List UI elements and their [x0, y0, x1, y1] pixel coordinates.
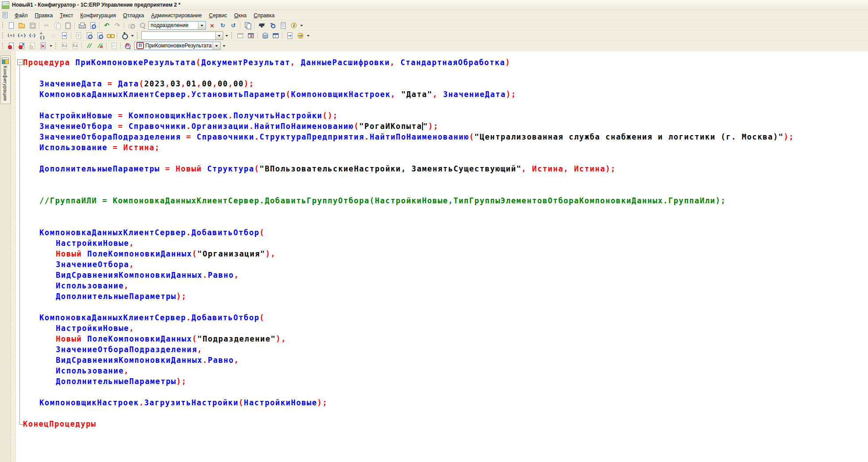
find-references-button[interactable] [84, 31, 94, 40]
toolbar-grip[interactable] [2, 22, 4, 29]
procedures-dropdown[interactable] [221, 41, 227, 50]
publish-button[interactable]: → [295, 31, 306, 40]
code-line[interactable]: КомпоновкаДанныхКлиентСервер.ДобавитьОтб… [16, 312, 868, 323]
redo-button[interactable]: ↷ [112, 20, 123, 30]
combo-dropdown-arrow-icon[interactable] [198, 22, 205, 29]
format-module-button[interactable]: Аа [70, 41, 80, 50]
back-button[interactable]: ↑ [73, 31, 84, 40]
find-next-button[interactable]: ↻ [217, 20, 228, 30]
goto-procedure-button[interactable]: П [123, 41, 133, 50]
menu-Справка[interactable]: Справка [250, 12, 278, 19]
format-block-button[interactable]: Аа [59, 41, 70, 50]
find-usages-button[interactable] [94, 31, 105, 40]
procedure-end-button[interactable]: +{} [38, 31, 48, 40]
syntax-assistant-button[interactable] [256, 20, 267, 30]
code-line[interactable] [16, 387, 868, 397]
find-button[interactable] [137, 20, 147, 30]
code-line[interactable]: ЗначениеОтбораПодразделения, [16, 344, 868, 355]
conditional-breakpoint-button[interactable]: ? [16, 41, 27, 50]
menu-Отладка[interactable]: Отладка [120, 12, 147, 19]
code-line[interactable]: ЗначениеОтбораПодразделения = Справочник… [16, 132, 868, 142]
menu-Окна[interactable]: Окна [231, 12, 250, 19]
code-line[interactable]: Новый ПолеКомпоновкиДанных("Организация"… [16, 248, 868, 259]
close-form-button[interactable]: × [245, 31, 256, 40]
syntax-check-button[interactable]: ✓ [108, 41, 119, 50]
code-line[interactable] [16, 100, 868, 110]
open-form-button[interactable] [235, 31, 245, 40]
info-button[interactable]: i [288, 20, 299, 30]
code-line[interactable]: //ГруппаИЛИ = КомпоновкаДанныхКлиентСерв… [16, 195, 868, 206]
code-line[interactable]: ВидСравненияКомпоновкиДанных.Равно, [16, 355, 868, 365]
code-line[interactable]: Процедура ПриКомпоновкеРезультата(Докуме… [16, 57, 868, 68]
code-line[interactable] [16, 185, 868, 195]
menu-Файл[interactable]: Файл [11, 12, 31, 19]
code-line[interactable]: НастройкиНовые, [16, 323, 868, 334]
code-line[interactable]: Использование, [16, 280, 868, 291]
code-line[interactable]: Новый ПолеКомпоновкиДанных("Подразделени… [16, 334, 868, 344]
code-line[interactable] [16, 302, 868, 312]
code-editor[interactable]: − Процедура ПриКомпоновкеРезультата(Доку… [16, 51, 868, 462]
performance-dropdown[interactable] [130, 31, 135, 40]
open-button[interactable] [16, 20, 27, 30]
code-area[interactable]: Процедура ПриКомпоновкеРезультата(Докуме… [16, 51, 868, 462]
fold-collapse-icon[interactable]: − [17, 59, 23, 65]
find-in-files-button[interactable] [126, 20, 137, 30]
code-line[interactable] [16, 206, 868, 217]
save-button[interactable] [27, 20, 38, 30]
code-line[interactable]: НастройкиНовые, [16, 238, 868, 248]
menu-Текст[interactable]: Текст [56, 12, 77, 19]
template-dropdown[interactable] [224, 31, 229, 40]
code-line[interactable]: КомпоновкаДанныхКлиентСервер.ДобавитьОтб… [16, 227, 868, 238]
breakpoints-dropdown[interactable] [48, 41, 54, 50]
toolbar-grip[interactable] [231, 32, 233, 39]
code-line[interactable]: НастройкиНовые = КомпоновщикНастроек.Пол… [16, 110, 868, 121]
menu-Администрирование[interactable]: Администрирование [147, 12, 205, 19]
toolbar-grip[interactable] [2, 32, 4, 39]
clear-search-button[interactable]: × [207, 20, 217, 30]
toggle-breakpoint-button[interactable] [6, 41, 16, 50]
procedure-begin-button[interactable]: {-} [27, 31, 38, 40]
code-line[interactable] [16, 408, 868, 419]
undo-button[interactable]: ↶ [101, 20, 112, 30]
goto-definition-button[interactable]: ◇ [48, 31, 59, 40]
module-check-button[interactable]: → [284, 31, 295, 40]
cut-button[interactable]: ✂ [41, 20, 52, 30]
toolbar1-overflow-dropdown[interactable] [299, 21, 304, 30]
panel-splitter[interactable] [11, 51, 16, 462]
code-line[interactable]: КонецПроцедуры [16, 419, 868, 429]
disable-breakpoints-button[interactable] [27, 41, 38, 50]
search-combobox[interactable]: подразделение [148, 21, 206, 30]
code-line[interactable]: ДополнительныеПараметры); [16, 376, 868, 387]
sidebar-tab-configuration[interactable]: Конфигурация [0, 55, 11, 104]
comment-button[interactable]: // [84, 41, 94, 50]
toolbar-grip[interactable] [55, 42, 57, 49]
code-line[interactable]: ЗначениеДата = Дата(2023,03,01,00,00,00)… [16, 78, 868, 89]
code-line[interactable]: Использование = Истина; [16, 142, 868, 153]
toolbar-grip[interactable] [2, 42, 4, 49]
code-line[interactable]: ЗначениеОтбора = Справочники.Организации… [16, 121, 868, 132]
code-line[interactable]: ДополнительныеПараметры = Новый Структур… [16, 163, 868, 174]
references-button[interactable] [105, 31, 116, 40]
combo-dropdown-arrow-icon[interactable] [215, 32, 223, 39]
code-line[interactable] [16, 68, 868, 78]
prev-procedure-button[interactable]: (+) [6, 31, 16, 40]
procedure-combobox[interactable]: ППриКомпоновкеРезультата [134, 42, 221, 50]
menu-Правка[interactable]: Правка [31, 12, 57, 19]
help-contents-button[interactable] [278, 20, 288, 30]
toolbar-grip[interactable] [136, 32, 139, 39]
print-preview-button[interactable] [87, 20, 98, 30]
menu-Конфигурация[interactable]: Конфигурация [77, 12, 120, 19]
context-help-button[interactable]: ? [267, 20, 278, 30]
combo-dropdown-arrow-icon[interactable] [213, 42, 220, 50]
code-line[interactable]: Использование, [16, 365, 868, 376]
menu-Сервис[interactable]: Сервис [205, 12, 231, 19]
code-line[interactable]: КомпоновщикНастроек.ЗагрузитьНастройки(Н… [16, 397, 868, 408]
database-config-button[interactable] [260, 31, 270, 40]
template-combobox[interactable] [141, 31, 223, 40]
code-line[interactable] [16, 217, 868, 227]
copy-to-clipboard-button[interactable] [242, 20, 253, 30]
code-line[interactable]: ВидСравненияКомпоновкиДанных.Равно, [16, 270, 868, 280]
print-button[interactable] [77, 20, 87, 30]
paste-button[interactable] [62, 20, 73, 30]
next-procedure-button[interactable]: {+} [16, 31, 27, 40]
